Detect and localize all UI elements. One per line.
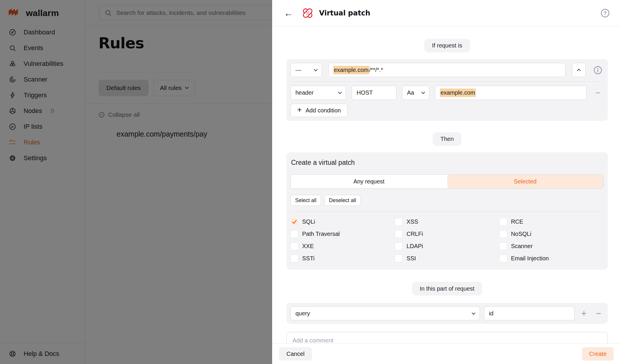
checkbox [499,255,507,262]
attack-checkbox-rce[interactable]: RCE [499,218,604,226]
chevron-up-icon [577,69,581,73]
add-condition-label: Add condition [306,107,341,114]
uri-pattern-input[interactable]: example.com/**/*.* [328,63,566,77]
header-value-input[interactable]: example.com [435,86,586,100]
drawer-header: ← Virtual patch ? [272,0,620,26]
panel-heading: Create a virtual patch [291,159,604,167]
attack-checkbox-path-traversal[interactable]: Path Traversal [290,230,395,238]
chevron-down-icon [421,90,425,94]
condition-row-uri: — example.com/**/*.* [290,63,604,77]
help-icon[interactable]: ? [600,8,610,18]
info-icon [593,65,603,75]
highlighted-host: example.com [333,66,369,74]
check-icon [291,218,298,225]
conditions-panel: — example.com/**/*.* [286,59,608,121]
attack-label: SSI [406,255,416,262]
if-request-is-pill: If request is [424,39,470,52]
attack-label: SSTi [302,255,315,262]
attack-checkbox-xss[interactable]: XSS [395,218,499,226]
case-mode-value: Aa [407,89,414,96]
request-point-select[interactable]: query [290,306,480,320]
attack-label: Scanner [511,243,533,250]
divider [290,81,604,82]
tab-selected[interactable]: Selected [447,175,604,188]
checkbox [395,255,403,262]
comment-input[interactable] [286,332,608,343]
parameter-name-input[interactable]: id [484,306,575,320]
attack-types-grid: SQLi Path Traversal XXE SSTi XSS [290,215,604,264]
attack-label: XXE [302,243,314,250]
highlighted-value: example.com [440,89,476,97]
attack-label: LDAPi [406,243,423,250]
attack-checkbox-ldapi[interactable]: LDAPi [395,242,499,250]
checkbox [395,218,403,226]
checkbox [499,218,507,226]
attack-label: Path Traversal [302,231,340,237]
checkbox [499,230,507,238]
condition-type-value: header [295,89,313,96]
attack-checkbox-email-injection[interactable]: Email Injection [499,255,604,262]
header-name-input[interactable]: HOST [352,86,397,100]
chevron-down-icon [338,90,342,94]
in-this-part-pill: In this part of request [412,282,482,296]
add-part-button[interactable]: + [579,309,589,318]
remove-part-button[interactable]: − [593,309,604,318]
then-pill: Then [433,132,462,146]
drawer-body: If request is — example.com/**/*.* [272,26,620,343]
operator-value: — [295,67,301,73]
create-button[interactable]: Create [582,347,614,361]
condition-type-select[interactable]: header [290,86,346,100]
attack-label: RCE [511,218,523,225]
plus-icon: + [297,106,302,114]
uri-rest: /**/*.* [369,67,383,73]
divider [290,211,604,212]
attack-checkbox-xxe[interactable]: XXE [290,242,395,250]
bulk-select-row: Select all Deselect all [290,195,604,206]
collapse-condition-button[interactable] [572,63,586,77]
add-condition-button[interactable]: + Add condition [290,104,348,117]
remove-condition-button[interactable]: − [592,89,604,97]
checkbox-checked [290,218,298,226]
checkbox [395,230,403,238]
attack-checkbox-sqli[interactable]: SQLi [290,218,395,226]
drawer-footer: Cancel Create [272,343,620,364]
attack-checkbox-crlfi[interactable]: CRLFi [395,230,499,238]
checkbox [290,242,298,250]
deselect-all-button[interactable]: Deselect all [324,195,361,206]
minus-icon: − [595,89,600,97]
back-button[interactable]: ← [284,8,293,18]
select-all-button[interactable]: Select all [290,195,321,206]
attack-label: NoSQLi [511,231,531,237]
virtual-patch-drawer: ← Virtual patch ? If request is — exampl… [272,0,620,364]
chevron-down-icon [314,68,318,71]
checkbox [499,242,507,250]
virtual-patch-icon [301,7,314,20]
attack-checkbox-ssti[interactable]: SSTi [290,255,395,262]
attack-label: XSS [406,218,418,225]
condition-row-header: header HOST Aa example.com − [290,86,604,100]
cancel-button[interactable]: Cancel [279,347,312,361]
tab-any-request[interactable]: Any request [291,175,447,188]
attack-checkbox-nosqli[interactable]: NoSQLi [499,230,604,238]
case-sensitivity-select[interactable]: Aa [402,86,429,100]
checkbox [290,255,298,262]
condition-info-button[interactable] [592,65,604,75]
attack-label: SQLi [302,218,315,225]
virtual-patch-panel: Create a virtual patch Any request Selec… [286,152,608,270]
request-scope-toggle: Any request Selected [290,174,604,189]
condition-operator-select[interactable]: — [290,63,322,77]
attack-label: CRLFi [406,231,423,237]
attack-checkbox-ssi[interactable]: SSI [395,255,499,262]
drawer-title: Virtual patch [319,9,370,17]
request-part-panel: query id + − [286,303,608,324]
checkbox [290,230,298,238]
checkbox [395,242,403,250]
request-point-value: query [295,310,310,317]
attack-label: Email Injection [511,255,549,262]
chevron-down-icon [472,311,475,315]
svg-text:?: ? [604,10,607,16]
attack-checkbox-scanner[interactable]: Scanner [499,242,604,250]
